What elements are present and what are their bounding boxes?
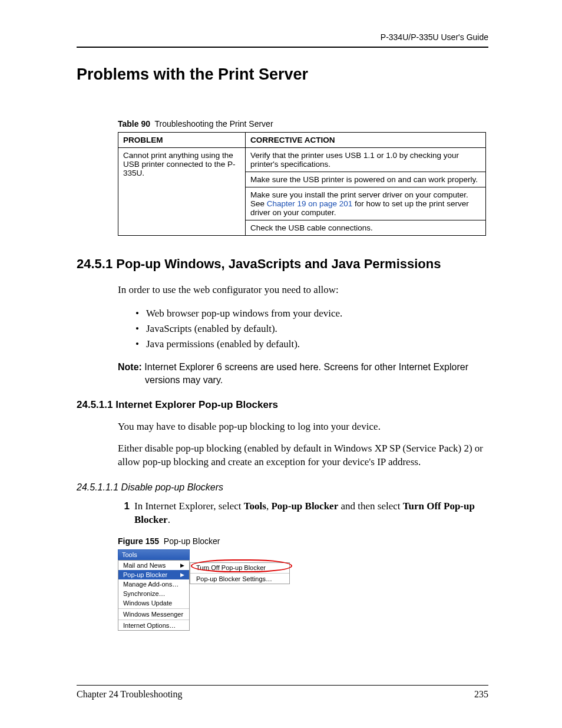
note-label: Note: [118, 362, 142, 372]
step-1: 1 In Internet Explorer, select Tools, Po… [118, 500, 488, 527]
menu-item-options: Internet Options… [118, 621, 189, 630]
chapter-19-link[interactable]: Chapter 19 on page 201 [267, 199, 353, 208]
footer-rule [77, 685, 488, 686]
figure-caption-label: Figure 155 [118, 536, 159, 546]
table-problem-cell: Cannot print anything using the USB prin… [118, 148, 246, 236]
menu-item-addons-label: Manage Add-ons… [123, 581, 178, 588]
p-24511-2: Either disable pop-up blocking (enabled … [118, 442, 488, 469]
menu-item-mail: Mail and News▶ [118, 561, 189, 570]
menu-item-options-label: Internet Options… [123, 622, 176, 629]
menu-item-messenger: Windows Messenger [118, 610, 189, 619]
tools-menu-title: Tools [118, 549, 190, 560]
bullet-3: Java permissions (enabled by default). [135, 338, 488, 350]
chevron-right-icon: ▶ [180, 562, 184, 568]
step-1-text: In Internet Explorer, select Tools, Pop-… [134, 500, 488, 527]
table-action-1: Verify that the printer uses USB 1.1 or … [245, 148, 485, 172]
table-action-4: Check the USB cable connections. [245, 220, 485, 236]
bullet-2: JavaScripts (enabled by default). [135, 323, 488, 335]
menu-item-update: Windows Update [118, 598, 189, 608]
menu-item-popup-label: Pop-up Blocker [123, 571, 167, 578]
step1-popup: Pop-up Blocker [271, 500, 338, 512]
step1-pre: In Internet Explorer, select [134, 500, 244, 512]
menu-item-addons: Manage Add-ons… [118, 579, 189, 589]
header-rule [77, 47, 488, 48]
section-title: Problems with the Print Server [77, 65, 488, 84]
note-text: Internet Explorer 6 screens are used her… [144, 362, 468, 385]
p-24511-1: You may have to disable pop-up blocking … [118, 420, 488, 434]
table-action-2: Make sure the USB printer is powered on … [245, 172, 485, 187]
footer-page-number: 235 [474, 689, 488, 700]
table-caption-label: Table 90 [118, 119, 150, 129]
step-1-number: 1 [118, 500, 130, 513]
submenu-separator [190, 573, 289, 574]
figure-screenshot: Tools Mail and News▶ Pop-up Blocker▶ Man… [118, 549, 295, 643]
page-footer: Chapter 24 Troubleshooting 235 [77, 685, 488, 700]
table-header-action: CORRECTIVE ACTION [245, 133, 485, 148]
menu-item-update-label: Windows Update [123, 599, 172, 607]
menu-item-popup-blocker: Pop-up Blocker▶ [118, 570, 189, 579]
note-block: Note: Internet Explorer 6 screens are us… [118, 361, 488, 386]
heading-2451: 24.5.1 Pop-up Windows, JavaScripts and J… [77, 256, 488, 272]
footer-chapter: Chapter 24 Troubleshooting [77, 689, 183, 700]
step1-post: . [168, 514, 170, 525]
bullet-list: Web browser pop-up windows from your dev… [135, 308, 488, 350]
troubleshooting-table: PROBLEM CORRECTIVE ACTION Cannot print a… [118, 132, 486, 236]
tools-menu: Mail and News▶ Pop-up Blocker▶ Manage Ad… [118, 560, 190, 631]
table-caption: Table 90 Troubleshooting the Print Serve… [118, 119, 488, 129]
submenu-settings: Pop-up Blocker Settings… [190, 574, 289, 584]
menu-item-sync-label: Synchronize… [123, 590, 166, 597]
step1-mid2: and then select [338, 500, 403, 512]
step1-tools: Tools [244, 500, 266, 512]
running-header: P-334U/P-335U User's Guide [77, 32, 488, 42]
bullet-1: Web browser pop-up windows from your dev… [135, 308, 488, 319]
menu-item-messenger-label: Windows Messenger [123, 611, 183, 618]
table-caption-text: Troubleshooting the Print Server [155, 119, 273, 129]
figure-caption: Figure 155 Pop-up Blocker [118, 536, 488, 546]
menu-separator [118, 620, 189, 620]
chevron-right-icon: ▶ [180, 572, 184, 578]
menu-item-mail-label: Mail and News [123, 562, 166, 569]
submenu-settings-label: Pop-up Blocker Settings… [196, 575, 272, 582]
menu-separator [118, 608, 189, 609]
heading-245111: 24.5.1.1.1 Disable pop-up Blockers [77, 482, 488, 493]
figure-caption-text: Pop-up Blocker [164, 536, 220, 546]
table-header-problem: PROBLEM [118, 133, 246, 148]
submenu-turn-off: Turn Off Pop-up Blocker [190, 563, 289, 572]
intro-2451: In order to use the web configurator you… [118, 284, 488, 297]
heading-24511: 24.5.1.1 Internet Explorer Pop-up Blocke… [77, 399, 488, 411]
submenu-popup-blocker: Turn Off Pop-up Blocker Pop-up Blocker S… [190, 562, 290, 584]
menu-item-sync: Synchronize… [118, 589, 189, 598]
submenu-turn-off-label: Turn Off Pop-up Blocker [196, 564, 266, 571]
table-action-3: Make sure you install the print server d… [245, 187, 485, 220]
